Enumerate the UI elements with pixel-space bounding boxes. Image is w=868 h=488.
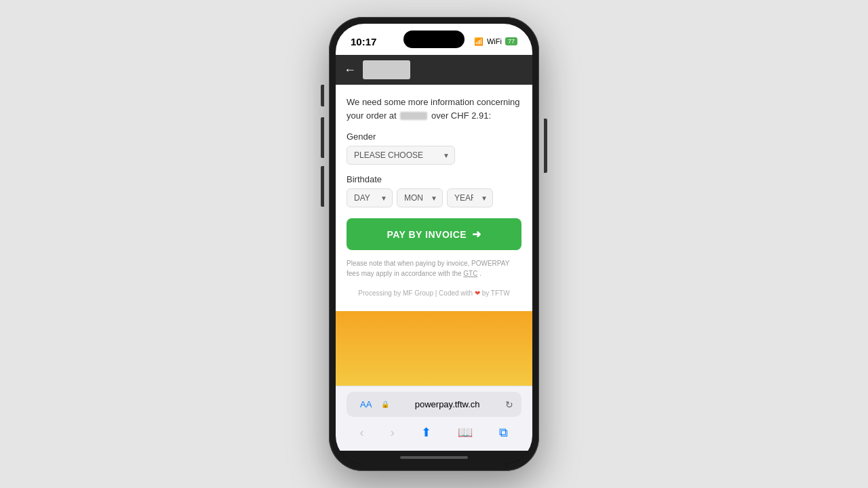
url-display: powerpay.tftw.ch bbox=[393, 399, 501, 409]
gender-select[interactable]: PLEASE CHOOSE Male Female Other bbox=[347, 146, 455, 165]
pay-by-invoice-button[interactable]: PAY BY INVOICE ➜ bbox=[347, 218, 521, 250]
power-button bbox=[544, 119, 547, 173]
back-button[interactable]: ← bbox=[344, 63, 356, 77]
volume-down-button bbox=[321, 166, 324, 207]
year-select-wrapper: YEAR ▼ bbox=[447, 188, 493, 207]
pay-button-label: PAY BY INVOICE bbox=[387, 229, 467, 240]
gtc-link[interactable]: GTC bbox=[463, 270, 477, 277]
browser-back-button[interactable]: ‹ bbox=[355, 423, 370, 443]
heart-icon: ❤ bbox=[475, 289, 482, 297]
month-select[interactable]: MONTH bbox=[397, 188, 443, 207]
lock-icon: 🔒 bbox=[381, 401, 389, 408]
year-select[interactable]: YEAR bbox=[447, 188, 493, 207]
phone-frame: 10:17 📶 WiFi 77 ← We need some more info… bbox=[329, 17, 539, 471]
home-bar bbox=[400, 456, 468, 459]
day-select-wrapper: DAY ▼ bbox=[347, 188, 393, 207]
webpage-content: We need some more information concerning… bbox=[336, 85, 532, 311]
info-text: We need some more information concerning… bbox=[347, 96, 521, 122]
share-button[interactable]: ⬆ bbox=[416, 422, 437, 443]
signal-icon: 📶 bbox=[474, 37, 484, 46]
gradient-spacer bbox=[336, 311, 532, 386]
volume-up-button bbox=[321, 117, 324, 158]
pay-button-arrow-icon: ➜ bbox=[472, 228, 481, 241]
phone-screen: 10:17 📶 WiFi 77 ← We need some more info… bbox=[336, 24, 532, 464]
status-time: 10:17 bbox=[351, 36, 376, 47]
wifi-icon: WiFi bbox=[487, 37, 502, 45]
safari-navigation: ‹ › ⬆ 📖 ⧉ bbox=[347, 422, 521, 443]
merchant-logo bbox=[363, 60, 410, 79]
birthdate-label: Birthdate bbox=[347, 174, 521, 184]
footer: Processing by MF Group | Coded with ❤ by… bbox=[347, 289, 521, 297]
address-bar[interactable]: AA 🔒 powerpay.tftw.ch ↻ bbox=[347, 392, 521, 417]
page-background: ← We need some more information concerni… bbox=[336, 55, 532, 386]
browser-forward-button[interactable]: › bbox=[385, 423, 400, 443]
safari-bottom-bar: AA 🔒 powerpay.tftw.ch ↻ ‹ › ⬆ 📖 ⧉ bbox=[336, 386, 532, 451]
dynamic-island bbox=[403, 30, 465, 48]
birthdate-field: Birthdate DAY ▼ MONTH ▼ bbox=[347, 174, 521, 207]
month-select-wrapper: MONTH ▼ bbox=[397, 188, 443, 207]
status-icons: 📶 WiFi 77 bbox=[474, 37, 517, 46]
browser-toolbar: ← bbox=[336, 55, 532, 85]
bookmarks-button[interactable]: 📖 bbox=[452, 422, 478, 443]
aa-button[interactable]: AA bbox=[355, 396, 377, 412]
volume-silent-button bbox=[321, 85, 324, 106]
gender-label: Gender bbox=[347, 131, 521, 142]
status-bar: 10:17 📶 WiFi 77 bbox=[336, 24, 532, 55]
notice-text: Please note that when paying by invoice,… bbox=[347, 258, 521, 279]
reload-button[interactable]: ↻ bbox=[505, 399, 513, 410]
birthdate-selects: DAY ▼ MONTH ▼ YEAR bbox=[347, 188, 521, 207]
home-indicator bbox=[336, 451, 532, 464]
battery-icon: 77 bbox=[505, 37, 517, 45]
day-select[interactable]: DAY bbox=[347, 188, 393, 207]
gender-select-wrapper: PLEASE CHOOSE Male Female Other ▼ bbox=[347, 146, 455, 165]
merchant-name-blurred bbox=[400, 112, 427, 120]
gender-field: Gender PLEASE CHOOSE Male Female Other ▼ bbox=[347, 131, 521, 165]
tabs-button[interactable]: ⧉ bbox=[494, 423, 513, 443]
